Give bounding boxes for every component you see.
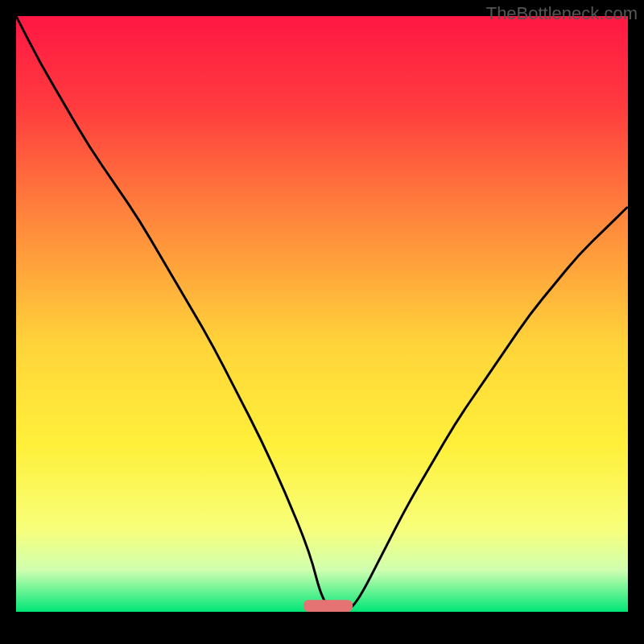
plot-area — [16, 16, 628, 612]
chart-container: TheBottleneck.com — [0, 0, 644, 644]
gradient-background — [16, 16, 628, 612]
chart-svg — [16, 16, 628, 612]
bottleneck-marker — [303, 600, 353, 612]
watermark-text: TheBottleneck.com — [486, 3, 638, 24]
